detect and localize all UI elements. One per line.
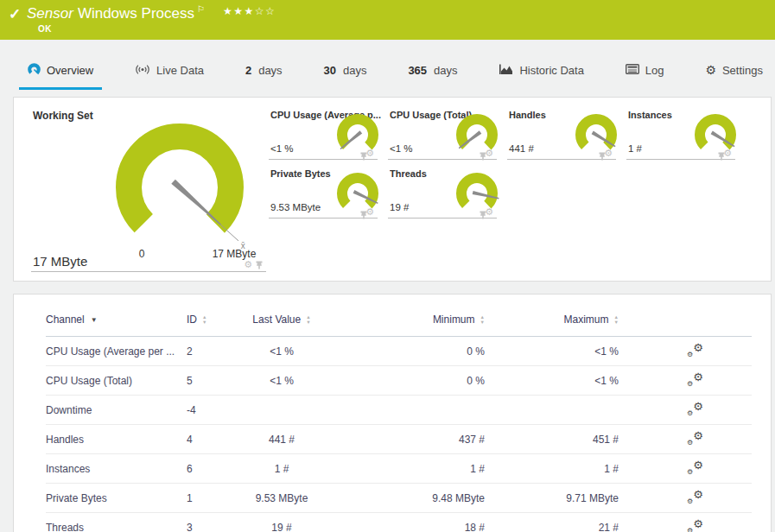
gauge-title: Working Set (33, 110, 93, 122)
gauge-title: Instances (628, 110, 672, 120)
small-gauges-grid: CPU Usage (Average p...<1 %⚙CPU Usage (T… (269, 108, 746, 225)
tab-live-data[interactable]: Live Data (126, 54, 213, 90)
pin-icon[interactable] (480, 152, 486, 161)
sort-updown-icon[interactable]: ▲▼ (480, 315, 485, 325)
gauge-tile-instances: Instances1 #⚙ (626, 108, 746, 167)
cell-id: 1 (187, 484, 230, 513)
tab-label: Live Data (156, 64, 204, 77)
tile-actions: ⚙ (485, 149, 493, 158)
channel-settings-icon[interactable]: ⚙⚙ (687, 402, 703, 415)
gear-icon: ⚙ (705, 64, 716, 77)
pin-icon[interactable] (256, 261, 263, 269)
tab-365-days[interactable]: 365days (399, 54, 466, 90)
column-header-minimum[interactable]: Minimum▲▼ (334, 310, 485, 337)
cell-channel: CPU Usage (Average per ... (46, 337, 187, 366)
cell-maximum: 21 # (485, 513, 619, 532)
pin-icon[interactable] (718, 152, 725, 161)
table-row[interactable]: Downtime-4⚙⚙ (46, 396, 752, 425)
tab-2-days[interactable]: 2days (237, 54, 291, 90)
column-header-maximum[interactable]: Maximum▲▼ (485, 310, 619, 337)
tile-actions: ⚙ (485, 207, 493, 217)
tab-bar: OverviewLive Data2days30days365daysHisto… (0, 40, 775, 90)
priority-stars[interactable]: ★★★☆☆ (223, 5, 276, 17)
gauge-title: Private Bytes (270, 168, 331, 179)
cell-maximum: 451 # (485, 425, 619, 454)
table-row[interactable]: CPU Usage (Total)5<1 %0 %<1 %⚙⚙ (46, 366, 752, 396)
channels-table-header: Channel▼ID▲▼Last Value▲▼Minimum▲▼Maximum… (46, 310, 752, 337)
sort-updown-icon[interactable]: ▲▼ (614, 315, 619, 325)
tab-settings[interactable]: ⚙Settings (696, 54, 772, 90)
gauge-max-label: 17 MByte (198, 248, 270, 260)
cell-last-value (230, 396, 334, 425)
pin-icon[interactable] (480, 211, 486, 219)
tab-label: days (434, 64, 457, 77)
tab-label: Historic Data (519, 64, 583, 77)
tile-actions: ⚙ (365, 207, 374, 217)
cell-last-value: 441 # (230, 425, 334, 454)
sort-updown-icon[interactable]: ▲▼ (306, 315, 310, 325)
sensor-type-label: Sensor (27, 5, 73, 22)
page-title: SensorWindows Process⚐ (27, 4, 205, 22)
flag-icon[interactable]: ⚐ (197, 4, 205, 14)
table-row[interactable]: Threads319 #18 #21 #⚙⚙ (46, 513, 752, 532)
table-row[interactable]: Private Bytes19.53 MByte9.48 MByte9.71 M… (46, 484, 752, 513)
tile-actions: ⚙ (244, 260, 263, 269)
channel-settings-icon[interactable]: ⚙⚙ (687, 431, 703, 445)
tab-label: Log (645, 64, 664, 77)
gauge-tile-cpu-usage-average-p: CPU Usage (Average p...<1 %⚙ (269, 108, 388, 167)
cell-minimum: 18 # (334, 513, 485, 532)
pin-icon[interactable] (360, 152, 367, 161)
channel-settings-icon[interactable]: ⚙⚙ (687, 343, 703, 357)
gauge-value: 9.53 MByte (270, 202, 321, 212)
tile-divider (31, 271, 266, 272)
cell-id: 4 (187, 425, 230, 454)
gauge-value: 17 MByte (33, 254, 87, 269)
cell-minimum: 0 % (334, 337, 485, 366)
cell-last-value: 1 # (230, 454, 334, 484)
table-row[interactable]: CPU Usage (Average per ...2<1 %0 %<1 %⚙⚙ (46, 337, 752, 366)
gauge-icon (28, 63, 41, 79)
cell-last-value: <1 % (230, 337, 334, 366)
tab-log[interactable]: Log (617, 54, 673, 90)
broadcast-icon (135, 64, 150, 78)
channel-settings-icon[interactable]: ⚙⚙ (687, 519, 703, 532)
channel-settings-icon[interactable]: ⚙⚙ (687, 372, 703, 386)
tile-actions: ⚙ (604, 149, 613, 158)
gauge-title: Threads (390, 168, 427, 179)
gauge-title: Handles (509, 110, 546, 120)
cell-last-value: 9.53 MByte (230, 484, 334, 513)
area-chart-icon (499, 64, 513, 78)
table-row[interactable]: Handles4441 #437 #451 #⚙⚙ (46, 425, 752, 454)
pin-icon[interactable] (360, 211, 367, 219)
column-header-channel[interactable]: Channel▼ (46, 310, 187, 337)
tab-historic-data[interactable]: Historic Data (490, 54, 592, 90)
cell-channel: Threads (46, 513, 187, 532)
tab-30-days[interactable]: 30days (315, 54, 376, 90)
sort-desc-icon[interactable]: ▼ (91, 316, 98, 324)
channels-panel: Channel▼ID▲▼Last Value▲▼Minimum▲▼Maximum… (13, 294, 772, 532)
sort-updown-icon[interactable]: ▲▼ (202, 315, 206, 325)
cell-minimum (334, 396, 485, 425)
tile-actions: ⚙ (365, 149, 374, 158)
channel-settings-icon[interactable]: ⚙⚙ (687, 490, 703, 504)
table-row[interactable]: Instances61 #1 #1 #⚙⚙ (46, 454, 752, 484)
gauge-value: 441 # (509, 143, 534, 154)
tab-label: days (343, 64, 366, 77)
cell-channel: Private Bytes (46, 484, 187, 513)
column-header-last-value[interactable]: Last Value▲▼ (230, 310, 334, 337)
gear-icon[interactable]: ⚙ (244, 260, 252, 269)
prtg-sensor-page: ✓ SensorWindows Process⚐ ★★★☆☆ OK Overvi… (0, 0, 775, 532)
cell-channel: CPU Usage (Total) (46, 366, 187, 396)
cell-last-value: <1 % (230, 366, 334, 396)
cell-minimum: 437 # (334, 425, 485, 454)
cell-minimum: 1 # (334, 454, 485, 484)
cell-id: 3 (187, 513, 230, 532)
pin-icon[interactable] (599, 152, 606, 161)
tab-overview[interactable]: Overview (19, 54, 102, 90)
channel-settings-icon[interactable]: ⚙⚙ (687, 460, 703, 474)
column-header-id[interactable]: ID▲▼ (187, 310, 230, 337)
cell-id: -4 (187, 396, 230, 425)
cell-channel: Instances (46, 454, 187, 484)
gauges-panel: Working Set x̄ 0 17 MByte 17 MByte ⚙ CPU… (13, 97, 772, 282)
tab-label: Settings (722, 64, 763, 77)
